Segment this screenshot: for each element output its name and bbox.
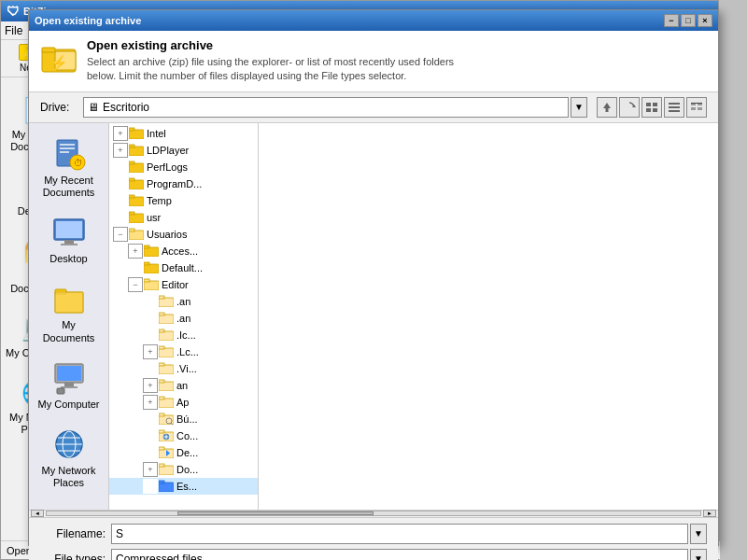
expand-perflogs — [113, 160, 128, 175]
svg-rect-5 — [646, 103, 651, 106]
expand-do[interactable]: + — [143, 462, 158, 477]
folder-temp-name: Temp — [147, 195, 172, 206]
places-sidebar: ⏱ My Recent Documents Desktop — [29, 123, 109, 510]
svg-rect-54 — [144, 247, 159, 257]
expand-usuarios[interactable]: − — [113, 227, 128, 242]
horizontal-scrollbar[interactable]: ◄ ► — [29, 510, 718, 517]
dialog-header-desc: Select an archive (zip) file using the e… — [87, 55, 454, 84]
folder-an3-name: an — [176, 380, 188, 391]
tree-item-intel[interactable]: + Intel — [109, 125, 258, 142]
filename-dropdown[interactable]: ▼ — [690, 524, 707, 544]
tree-item-ldplayer[interactable]: + LDPlayer — [109, 142, 258, 159]
tree-item-bu[interactable]: Bú... — [109, 411, 258, 427]
expand-editor[interactable]: − — [128, 277, 143, 292]
menu-file[interactable]: File — [5, 24, 22, 37]
svg-rect-86 — [159, 466, 174, 475]
tree-item-vi[interactable]: .Vi... — [109, 360, 258, 377]
tree-item-temp[interactable]: Temp — [109, 192, 258, 209]
filetypes-input-container: Compressed files ▼ — [111, 549, 707, 560]
filetypes-value: Compressed files — [116, 553, 203, 560]
folder-programd-name: ProgramD... — [147, 178, 202, 189]
tree-item-editor[interactable]: − Editor — [109, 276, 258, 293]
tree-item-co[interactable]: Co... — [109, 427, 258, 444]
tree-item-access[interactable]: + Acces... — [109, 243, 258, 259]
drive-label: Drive: — [40, 101, 78, 114]
tree-item-de[interactable]: De... — [109, 444, 258, 461]
folder-bu-name: Bú... — [176, 413, 198, 425]
tree-item-an3[interactable]: + an — [109, 377, 258, 394]
folder-default-name: Default... — [162, 262, 203, 273]
tree-item-lc[interactable]: + .Lc... — [109, 343, 258, 360]
drive-refresh-button[interactable] — [619, 97, 640, 118]
sidebar-my-network[interactable]: My Network Places — [34, 421, 105, 494]
tree-item-ic[interactable]: .Ic... — [109, 327, 258, 343]
svg-rect-14 — [691, 107, 696, 110]
filename-label: Filename: — [40, 527, 106, 540]
sidebar-my-docs[interactable]: My Documents — [34, 275, 105, 348]
close-button[interactable]: × — [698, 14, 712, 27]
svg-text:⏱: ⏱ — [74, 158, 83, 168]
expand-ldplayer[interactable]: + — [113, 143, 128, 158]
svg-rect-89 — [159, 481, 164, 483]
expand-intel[interactable]: + — [113, 126, 128, 141]
folder-do-icon — [159, 463, 174, 476]
svg-rect-65 — [159, 329, 164, 332]
folder-programd-icon — [129, 177, 144, 190]
drive-value: Escritorio — [103, 101, 149, 114]
drive-select[interactable]: 🖥 Escritorio — [83, 97, 569, 118]
svg-rect-75 — [159, 413, 164, 416]
filetypes-dropdown[interactable]: ▼ — [690, 549, 707, 560]
tree-item-an2[interactable]: .an — [109, 310, 258, 327]
drive-combo[interactable]: 🖥 Escritorio ▼ — [83, 97, 587, 118]
tree-item-default[interactable]: Default... — [109, 259, 258, 276]
scrollbar-track[interactable] — [46, 511, 701, 516]
expand-an3[interactable]: + — [143, 378, 158, 393]
tree-item-ap[interactable]: + Ap — [109, 394, 258, 411]
drive-view1-button[interactable] — [641, 97, 662, 118]
filetypes-select[interactable]: Compressed files — [111, 549, 688, 560]
drive-view3-button[interactable] — [686, 97, 707, 118]
tree-item-es[interactable]: Es... — [109, 478, 258, 495]
svg-rect-68 — [159, 365, 174, 374]
tree-item-usr[interactable]: usr — [109, 209, 258, 226]
folder-access-icon — [144, 245, 159, 258]
scroll-right-button[interactable]: ► — [703, 510, 716, 517]
sidebar-my-computer[interactable]: My Computer — [34, 355, 105, 415]
my-docs-label: My Documents — [36, 319, 102, 343]
folder-ap-icon — [159, 396, 174, 409]
expand-ap[interactable]: + — [143, 395, 158, 410]
folder-access-name: Acces... — [162, 245, 198, 257]
folder-co-name: Co... — [176, 430, 198, 441]
expand-lc[interactable]: + — [143, 344, 158, 359]
svg-rect-79 — [159, 430, 164, 433]
svg-rect-72 — [159, 399, 174, 408]
scrollbar-thumb[interactable] — [177, 511, 374, 515]
tree-item-do[interactable]: + Do... — [109, 461, 258, 478]
my-computer-icon — [50, 359, 88, 397]
expand-access[interactable]: + — [128, 244, 143, 259]
tree-item-an1[interactable]: .an — [109, 293, 258, 310]
svg-rect-34 — [57, 388, 64, 394]
tree-item-usuarios[interactable]: − Usuarios — [109, 226, 258, 243]
filename-input[interactable] — [111, 524, 688, 544]
drive-view2-button[interactable] — [664, 97, 684, 118]
svg-rect-16 — [691, 103, 702, 104]
sidebar-recent-docs[interactable]: ⏱ My Recent Documents — [34, 131, 105, 203]
expand-bu — [143, 412, 158, 427]
tree-item-programd[interactable]: ProgramD... — [109, 175, 258, 192]
minimize-button[interactable]: − — [664, 14, 679, 27]
tree-item-perflogs[interactable]: PerfLogs — [109, 159, 258, 175]
drive-up-button[interactable] — [597, 97, 617, 118]
maximize-button[interactable]: □ — [681, 14, 696, 27]
sidebar-desktop[interactable]: Desktop — [34, 209, 105, 270]
folder-vi-name: .Vi... — [176, 363, 197, 374]
folder-ap-name: Ap — [176, 397, 189, 408]
svg-rect-69 — [159, 363, 164, 366]
folder-de-name: De... — [176, 447, 198, 458]
folder-usuarios-icon — [129, 228, 144, 241]
folder-es-name: Es... — [176, 481, 197, 492]
drive-dropdown-arrow[interactable]: ▼ — [571, 97, 587, 118]
file-tree-area: + Intel + LDPlayer PerfLogs Pr — [109, 123, 718, 510]
scroll-left-button[interactable]: ◄ — [31, 510, 44, 517]
folder-tree[interactable]: + Intel + LDPlayer PerfLogs Pr — [109, 123, 259, 510]
